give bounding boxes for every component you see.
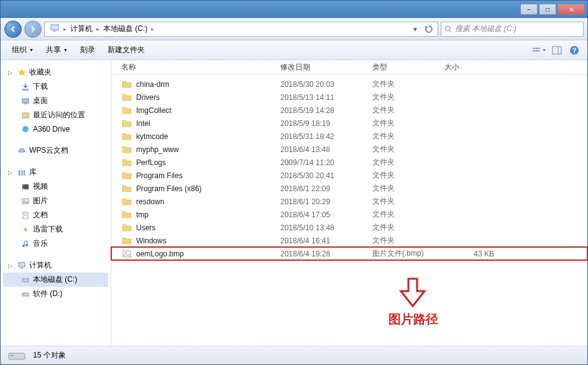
col-date[interactable]: 修改日期 — [280, 62, 372, 73]
file-row[interactable]: oemLogo.bmp2018/6/4 19:28图片文件(.bmp)43 KB — [111, 247, 587, 260]
col-name[interactable]: 名称 — [121, 62, 280, 73]
file-date: 2018/5/31 18:42 — [280, 132, 372, 141]
folder-icon — [121, 92, 132, 102]
tree-downloads[interactable]: 下载 — [3, 79, 108, 94]
folder-icon — [121, 119, 132, 128]
svg-rect-14 — [24, 104, 27, 104]
a360-icon — [21, 124, 30, 134]
cloud-icon — [17, 146, 27, 156]
file-row[interactable]: kytmcode2018/5/31 18:42文件夹 — [111, 130, 587, 143]
close-button[interactable]: ✕ — [558, 4, 585, 15]
minimize-button[interactable]: − — [520, 4, 538, 15]
file-row[interactable]: Windows2018/6/4 16:41文件夹 — [111, 234, 587, 247]
chevron-right-icon: ▸ — [96, 25, 99, 32]
col-type[interactable]: 类型 — [372, 62, 444, 73]
folder-icon — [121, 158, 132, 168]
star-icon — [17, 68, 27, 78]
file-type: 文件夹 — [372, 222, 444, 233]
file-type: 图片文件(.bmp) — [372, 248, 444, 259]
explorer-window: − □ ✕ ▸ 计算机 ▸ 本地磁盘 (C:) ▸ ▾ — [0, 0, 588, 365]
col-size[interactable]: 大小 — [444, 62, 494, 73]
tree-computer[interactable]: ▷计算机 — [3, 258, 108, 273]
maximize-button[interactable]: □ — [539, 4, 556, 15]
refresh-button[interactable] — [423, 23, 435, 35]
tree-videos[interactable]: 视频 — [3, 179, 108, 194]
view-options-button[interactable]: ▼ — [533, 43, 546, 57]
tree-favorites[interactable]: ▷收藏夹 — [3, 65, 108, 79]
breadcrumb-computer-icon[interactable] — [47, 24, 62, 34]
status-count: 15 个对象 — [33, 350, 66, 361]
file-row[interactable]: myphp_www2018/6/4 13:48文件夹 — [111, 143, 587, 156]
file-row[interactable]: ImgCollect2018/5/19 14:28文件夹 — [111, 104, 587, 117]
help-button[interactable]: ? — [567, 43, 581, 57]
desktop-icon — [21, 96, 30, 106]
svg-rect-32 — [22, 279, 29, 282]
forward-button[interactable] — [24, 20, 42, 38]
svg-point-28 — [22, 245, 25, 247]
file-name: kytmcode — [136, 132, 280, 141]
folder-icon — [121, 106, 132, 115]
file-size: 43 KB — [444, 250, 494, 258]
file-row[interactable]: PerfLogs2009/7/14 11:20文件夹 — [111, 156, 587, 169]
file-row[interactable]: resdown2018/6/1 20:29文件夹 — [111, 195, 587, 208]
library-icon — [17, 168, 27, 178]
file-pane: 名称 修改日期 类型 大小 china-drm2018/5/30 20:03文件… — [111, 60, 587, 346]
file-row[interactable]: Users2018/5/10 13:48文件夹 — [111, 221, 587, 234]
tree-drive-d[interactable]: 软件 (D:) — [3, 287, 108, 301]
share-menu[interactable]: 共享▼ — [41, 42, 73, 58]
preview-pane-button[interactable] — [550, 43, 564, 57]
svg-rect-22 — [23, 188, 24, 189]
file-row[interactable]: Drivers2018/5/13 14:11文件夹 — [111, 91, 587, 104]
recent-icon — [21, 110, 30, 120]
file-date: 2018/5/30 20:41 — [280, 171, 372, 180]
file-date: 2018/6/4 16:41 — [280, 237, 372, 245]
tree-documents[interactable]: 文档 — [3, 208, 108, 222]
navigation-pane[interactable]: ▷收藏夹 下载 桌面 最近访问的位置 A360 Drive WPS云文档 ▷库 … — [1, 60, 111, 346]
file-type: 文件夹 — [372, 196, 444, 207]
history-dropdown[interactable]: ▾ — [409, 23, 421, 35]
svg-rect-39 — [11, 355, 13, 356]
tree-wps[interactable]: WPS云文档 — [3, 143, 108, 158]
breadcrumb-item[interactable]: 计算机 — [68, 24, 95, 34]
tree-thunder[interactable]: 迅雷下载 — [3, 222, 108, 237]
tree-pictures[interactable]: 图片 — [3, 194, 108, 208]
file-row[interactable]: china-drm2018/5/30 20:03文件夹 — [111, 78, 587, 91]
file-date: 2018/6/1 22:09 — [280, 184, 372, 193]
tree-drive-c[interactable]: 本地磁盘 (C:) — [3, 273, 108, 287]
chevron-right-icon: ▸ — [151, 25, 154, 32]
back-button[interactable] — [4, 20, 22, 38]
folder-icon — [121, 210, 132, 220]
file-row[interactable]: Program Files2018/5/30 20:41文件夹 — [111, 169, 587, 182]
tree-recent[interactable]: 最近访问的位置 — [3, 108, 108, 122]
file-list[interactable]: china-drm2018/5/30 20:03文件夹Drivers2018/5… — [111, 75, 587, 346]
computer-icon — [17, 261, 27, 271]
tree-library[interactable]: ▷库 — [3, 165, 108, 179]
tree-music[interactable]: 音乐 — [3, 237, 108, 251]
svg-rect-8 — [553, 47, 561, 54]
file-date: 2018/5/10 13:48 — [280, 223, 372, 232]
file-date: 2018/5/30 20:03 — [280, 80, 372, 89]
file-date: 2009/7/14 11:20 — [280, 158, 372, 167]
thunder-icon — [21, 225, 30, 235]
file-row[interactable]: tmp2018/6/4 17:05文件夹 — [111, 208, 587, 221]
file-row[interactable]: Intel2018/5/9 18:19文件夹 — [111, 117, 587, 130]
column-headers[interactable]: 名称 修改日期 类型 大小 — [111, 60, 587, 75]
navbar: ▸ 计算机 ▸ 本地磁盘 (C:) ▸ ▾ 搜索 本地磁盘 (C:) — [1, 18, 587, 40]
titlebar: − □ ✕ — [1, 1, 587, 18]
file-row[interactable]: Program Files (x86)2018/6/1 22:09文件夹 — [111, 182, 587, 195]
breadcrumb-item[interactable]: 本地磁盘 (C:) — [101, 24, 150, 34]
tree-desktop[interactable]: 桌面 — [3, 94, 108, 108]
newfolder-button[interactable]: 新建文件夹 — [103, 42, 150, 58]
document-icon — [21, 210, 30, 220]
svg-rect-0 — [51, 25, 58, 30]
file-name: ImgCollect — [136, 106, 280, 115]
tree-a360[interactable]: A360 Drive — [3, 122, 108, 136]
file-type: 文件夹 — [372, 209, 444, 220]
search-input[interactable]: 搜索 本地磁盘 (C:) — [441, 22, 584, 37]
file-date: 2018/5/9 18:19 — [280, 119, 372, 128]
burn-button[interactable]: 刻录 — [75, 42, 100, 58]
organize-menu[interactable]: 组织▼ — [7, 42, 39, 58]
file-name: china-drm — [136, 80, 280, 89]
search-placeholder: 搜索 本地磁盘 (C:) — [455, 24, 517, 34]
breadcrumb[interactable]: ▸ 计算机 ▸ 本地磁盘 (C:) ▸ ▾ — [44, 22, 438, 37]
